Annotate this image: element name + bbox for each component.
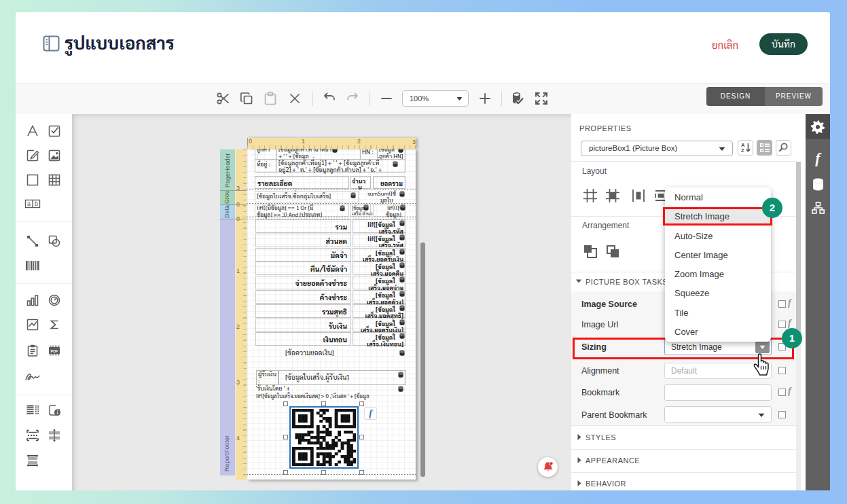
svg-text:b: b [35, 200, 38, 207]
svg-text:PDF: PDF [51, 349, 58, 353]
svg-text:Z: Z [741, 147, 744, 154]
svg-text:a: a [27, 200, 31, 207]
